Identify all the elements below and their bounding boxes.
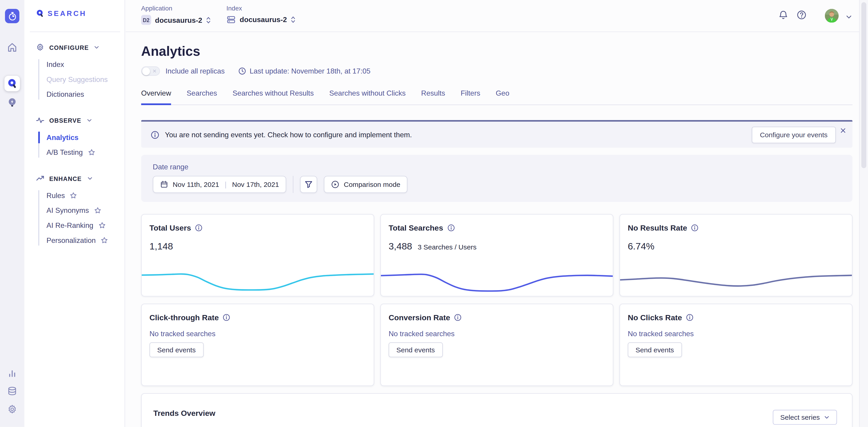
- card-value: 1,148: [150, 241, 173, 252]
- nav-head-label: CONFIGURE: [49, 44, 89, 51]
- sidebar-item-label: Rules: [46, 191, 65, 200]
- send-events-button[interactable]: Send events: [628, 342, 682, 357]
- toggle-knob: [142, 67, 150, 75]
- card-title: Conversion Rate: [389, 313, 450, 322]
- sidebar-item-personalization[interactable]: Personalization: [24, 233, 125, 248]
- card-total-searches: Total Searches 3,488 3 Searches / Users: [380, 214, 613, 296]
- card-value: 3,488: [389, 241, 412, 252]
- index-icon: [226, 15, 236, 24]
- sidebar-item-ai-re-ranking[interactable]: AI Re-Ranking: [24, 218, 125, 233]
- chevron-down-icon: [94, 44, 100, 50]
- recommend-bulb-icon[interactable]: [7, 97, 17, 107]
- brand-logo[interactable]: SEARCH: [36, 9, 87, 18]
- help-icon[interactable]: [797, 9, 806, 20]
- date-start: Nov 11th, 2021: [173, 180, 219, 188]
- sidebar-item-label: Dictionaries: [46, 90, 84, 98]
- card-subtitle: 3 Searches / Users: [417, 243, 476, 251]
- last-update: Last update: November 18th, at 17:05: [238, 67, 370, 75]
- scrollbar[interactable]: [859, 0, 868, 427]
- sidebar-item-rules[interactable]: Rules: [24, 188, 125, 203]
- settings-gear-icon[interactable]: [7, 404, 17, 414]
- close-icon[interactable]: [840, 125, 846, 135]
- tab-overview[interactable]: Overview: [141, 86, 171, 105]
- stopwatch-logo-icon[interactable]: [5, 9, 19, 23]
- page-content: Analytics ✕ Include all replicas Last up…: [141, 32, 852, 427]
- main-area: Application D2 docusaurus-2 Index docusa…: [126, 0, 859, 427]
- tab-searches-without-results[interactable]: Searches without Results: [232, 86, 314, 105]
- send-events-button[interactable]: Send events: [150, 342, 204, 357]
- application-selector: Application D2 docusaurus-2: [141, 5, 211, 25]
- trend-up-icon: [36, 174, 44, 182]
- sidebar-divider: [30, 31, 120, 32]
- application-label: Application: [141, 5, 211, 11]
- comparison-mode-button[interactable]: Comparison mode: [324, 176, 408, 193]
- application-value[interactable]: D2 docusaurus-2: [141, 15, 211, 25]
- card-click-through-rate: Click-through Rate No tracked searches S…: [141, 304, 374, 386]
- info-icon[interactable]: [447, 224, 455, 232]
- sidebar-item-label: AI Synonyms: [46, 206, 89, 215]
- card-status: No tracked searches: [150, 330, 366, 338]
- bar-chart-icon[interactable]: [7, 368, 17, 378]
- topbar: Application D2 docusaurus-2 Index docusa…: [126, 0, 859, 32]
- star-icon[interactable]: [70, 192, 77, 199]
- tab-searches[interactable]: Searches: [187, 86, 217, 105]
- info-icon[interactable]: [691, 224, 699, 232]
- card-title: No Clicks Rate: [628, 313, 682, 322]
- info-icon[interactable]: [223, 314, 230, 321]
- tab-searches-without-clicks[interactable]: Searches without Clicks: [329, 86, 405, 105]
- sparkline-no-results-rate: [620, 267, 852, 294]
- filter-button[interactable]: [300, 176, 317, 193]
- sidebar-item-query-suggestions[interactable]: Query Suggestions: [24, 72, 125, 87]
- nav-section-configure: CONFIGURE Index Query Suggestions Dictio…: [24, 39, 125, 102]
- chevron-down-icon: [824, 414, 830, 420]
- card-title: No Results Rate: [628, 224, 687, 232]
- tab-results[interactable]: Results: [421, 86, 445, 105]
- select-series-button[interactable]: Select series: [773, 410, 837, 425]
- nav-head-configure[interactable]: CONFIGURE: [24, 39, 125, 56]
- info-icon[interactable]: [195, 224, 203, 232]
- sidebar-item-label: Personalization: [46, 236, 96, 244]
- sidebar-item-ai-synonyms[interactable]: AI Synonyms: [24, 203, 125, 218]
- toggle-x-icon: ✕: [152, 68, 156, 73]
- info-icon[interactable]: [686, 314, 694, 321]
- bell-icon[interactable]: [778, 9, 788, 20]
- toggle-label: Include all replicas: [166, 67, 225, 75]
- meta-row: ✕ Include all replicas Last update: Nove…: [141, 66, 852, 76]
- sidebar-item-index[interactable]: Index: [24, 57, 125, 72]
- search-section-icon[interactable]: [4, 76, 20, 91]
- star-icon[interactable]: [98, 222, 105, 229]
- star-icon[interactable]: [94, 207, 101, 214]
- nav-head-observe[interactable]: OBSERVE: [24, 112, 125, 129]
- avatar[interactable]: [825, 9, 839, 23]
- sidebar-item-label: Analytics: [46, 133, 79, 141]
- brand-name: SEARCH: [48, 9, 87, 18]
- events-banner: You are not sending events yet. Check ho…: [141, 120, 852, 147]
- comparison-label: Comparison mode: [344, 180, 400, 188]
- send-events-button[interactable]: Send events: [389, 342, 443, 357]
- home-icon[interactable]: [7, 42, 17, 53]
- data-store-icon[interactable]: [7, 386, 17, 396]
- sidebar-item-ab-testing[interactable]: A/B Testing: [24, 145, 125, 160]
- configure-events-button[interactable]: Configure your events: [752, 126, 836, 143]
- sidebar-item-dictionaries[interactable]: Dictionaries: [24, 87, 125, 102]
- tab-filters[interactable]: Filters: [461, 86, 480, 105]
- include-replicas-toggle[interactable]: ✕: [141, 66, 160, 76]
- account-chevron-icon[interactable]: [845, 11, 852, 22]
- star-icon[interactable]: [88, 149, 95, 156]
- index-value[interactable]: docusaurus-2: [226, 15, 296, 24]
- date-range-button[interactable]: Nov 11th, 2021 | Nov 17th, 2021: [153, 176, 286, 193]
- search-logo-icon: [36, 9, 44, 18]
- scrollbar-thumb[interactable]: [861, 2, 866, 168]
- star-icon[interactable]: [101, 237, 108, 244]
- date-end: Nov 17th, 2021: [232, 180, 279, 188]
- event-cards-row: Click-through Rate No tracked searches S…: [141, 304, 852, 386]
- info-icon[interactable]: [454, 314, 462, 321]
- page-title: Analytics: [141, 44, 852, 59]
- sidebar-item-label: Index: [46, 60, 64, 68]
- tab-geo[interactable]: Geo: [496, 86, 509, 105]
- sidebar-item-analytics[interactable]: Analytics: [24, 130, 125, 145]
- card-conversion-rate: Conversion Rate No tracked searches Send…: [380, 304, 613, 386]
- sidebar-item-label: Query Suggestions: [46, 75, 108, 83]
- metric-cards-row: Total Users 1,148 Total Searches 3,488 3…: [141, 214, 852, 296]
- nav-head-enhance[interactable]: ENHANCE: [24, 170, 125, 187]
